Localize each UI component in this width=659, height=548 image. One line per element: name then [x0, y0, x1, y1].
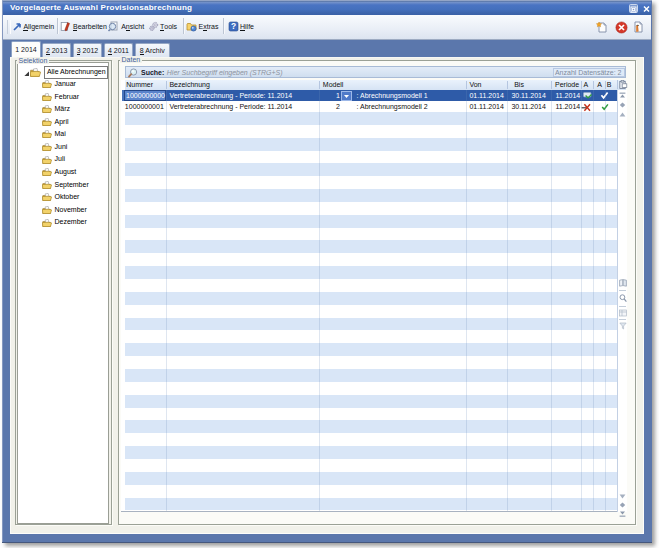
- svg-text:?: ?: [231, 21, 236, 31]
